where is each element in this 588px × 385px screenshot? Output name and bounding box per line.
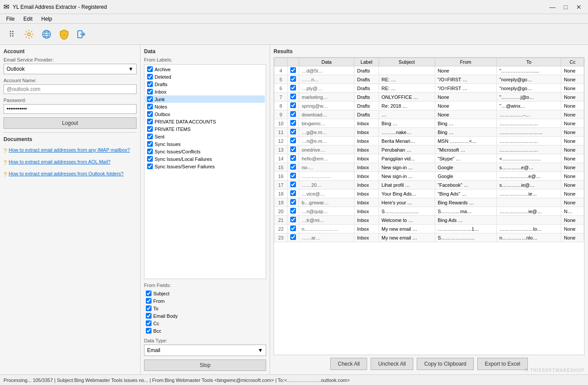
field-cc-checkbox[interactable] (146, 320, 152, 326)
row-checkbox[interactable] (290, 138, 296, 143)
logout-icon-button[interactable] (74, 26, 90, 42)
row-checkbox-cell[interactable] (288, 181, 299, 189)
row-checkbox-cell[interactable] (288, 75, 299, 84)
row-checkbox-cell[interactable] (288, 137, 299, 145)
table-row[interactable]: 11 …g@e.m… Inbox ………nake… Bing … …………………… (274, 128, 584, 137)
table-row[interactable]: 7 marketing… Drafts ONLYOFFICE … None "…… (274, 93, 584, 102)
row-checkbox[interactable] (290, 199, 296, 205)
col-label[interactable]: Label (354, 58, 379, 66)
table-row[interactable]: 4 …d@5t… Drafts None "…………………... None (274, 66, 584, 75)
row-checkbox[interactable] (290, 173, 296, 178)
row-checkbox-cell[interactable] (288, 189, 299, 198)
row-checkbox[interactable] (290, 120, 296, 126)
label-drafts[interactable]: Drafts (145, 80, 265, 88)
row-checkbox[interactable] (290, 208, 296, 214)
label-drafts-checkbox[interactable] (147, 81, 153, 87)
table-row[interactable]: 9 download… Drafts … None ……………-… None (274, 110, 584, 119)
label-inbox[interactable]: Inbox (145, 88, 265, 95)
label-outbox[interactable]: Outbox (145, 110, 265, 118)
table-row[interactable]: 20 …n@quip… Inbox S………………… S…………ma… …………… (274, 207, 584, 216)
table-row[interactable]: 8 spring@w… Drafts Re: 2018 … None "…@wi… (274, 102, 584, 110)
label-sync-local[interactable]: Sync Issues/Local Failures (145, 155, 265, 163)
field-bcc[interactable]: Bcc (144, 327, 266, 334)
table-row[interactable]: 18 …vice@… Inbox Your Bing Ads… "Bing Ad… (274, 189, 584, 198)
menu-edit[interactable]: Edit (19, 15, 37, 23)
label-archive[interactable]: Archive (145, 65, 265, 73)
row-checkbox[interactable] (290, 182, 296, 187)
table-row[interactable]: 21 …tr@mi… Inbox Welcome to … Bing Ads …… (274, 216, 584, 225)
row-checkbox[interactable] (290, 129, 296, 134)
doc-link-text-2[interactable]: How to extract email addresses from AOL … (9, 159, 111, 165)
table-row[interactable]: 23 ……ar… Inbox My new email … S………………… n… (274, 233, 584, 242)
row-checkbox-cell[interactable] (288, 145, 299, 154)
row-checkbox[interactable] (290, 67, 296, 73)
row-checkbox[interactable] (290, 190, 296, 196)
table-row[interactable]: 12 …n@e.m… Inbox Berita Menari… MSN …………… (274, 137, 584, 145)
table-row[interactable]: 19 b…grewar… Inbox Here's your … Bing Re… (274, 198, 584, 207)
row-checkbox-cell[interactable] (288, 66, 299, 75)
label-outbox-checkbox[interactable] (147, 111, 153, 117)
account-name-input[interactable] (4, 84, 137, 94)
field-subject[interactable]: Subject (144, 290, 266, 297)
check-all-button[interactable]: Check All (330, 358, 367, 370)
copy-clipboard-button[interactable]: Copy to Clipboard (417, 358, 474, 370)
row-checkbox-cell[interactable] (288, 154, 299, 163)
label-sync-conflicts-checkbox[interactable] (147, 149, 153, 154)
doc-link-text-1[interactable]: How to extract email addresses from any … (9, 147, 130, 153)
field-subject-checkbox[interactable] (146, 291, 152, 296)
row-checkbox-cell[interactable] (288, 207, 299, 216)
table-row[interactable]: 17 ……20… Inbox Lihat profil … "Facebook"… (274, 181, 584, 189)
uncheck-all-button[interactable]: Uncheck All (371, 358, 413, 370)
field-from[interactable]: From (144, 297, 266, 305)
field-to[interactable]: To (144, 305, 266, 312)
row-checkbox-cell[interactable] (288, 198, 299, 207)
apps-icon-button[interactable]: ⠿ (4, 26, 19, 42)
field-email-body[interactable]: Email Body (144, 312, 266, 320)
row-checkbox-cell[interactable] (288, 128, 299, 137)
field-cc[interactable]: Cc (144, 320, 266, 327)
row-checkbox-cell[interactable] (288, 225, 299, 233)
table-row[interactable]: 13 onedrive… Inbox Perubahan … "Microsof… (274, 145, 584, 154)
label-deleted-checkbox[interactable] (147, 74, 153, 80)
menu-help[interactable]: Help (37, 15, 57, 23)
field-to-checkbox[interactable] (146, 305, 152, 311)
label-sync-issues[interactable]: Sync Issues (145, 140, 265, 148)
row-checkbox[interactable] (290, 85, 296, 91)
col-cc[interactable]: Cc (561, 58, 584, 66)
row-checkbox-cell[interactable] (288, 110, 299, 119)
menu-file[interactable]: File (2, 15, 19, 23)
table-row[interactable]: 15 no-… Inbox New sign-in … Google s…………… (274, 163, 584, 172)
row-checkbox[interactable] (290, 217, 296, 222)
label-notes-checkbox[interactable] (147, 104, 153, 109)
label-deleted[interactable]: Deleted (145, 73, 265, 80)
close-button[interactable]: ✕ (573, 1, 584, 13)
field-from-checkbox[interactable] (146, 298, 152, 304)
table-row[interactable]: 14 hello@em… Inbox Panggilan vid… "Skype… (274, 154, 584, 163)
row-checkbox[interactable] (290, 76, 296, 82)
logout-button[interactable]: Logout (4, 117, 137, 129)
label-sync-local-checkbox[interactable] (147, 156, 153, 162)
label-sync-conflicts[interactable]: Sync Issues/Conflicts (145, 148, 265, 155)
doc-link-text-3[interactable]: How to extract email addresses from Outl… (9, 171, 124, 177)
row-checkbox-cell[interactable] (288, 102, 299, 110)
col-to[interactable]: To (497, 58, 561, 66)
row-checkbox-cell[interactable] (288, 216, 299, 225)
label-notes[interactable]: Notes (145, 103, 265, 110)
label-sync-server-checkbox[interactable] (147, 163, 153, 169)
shield-icon-button[interactable]: 1 (56, 26, 72, 42)
password-input[interactable] (4, 104, 137, 114)
table-row[interactable]: 6 …ply@… Drafts RE: … "/O=FIRST … "norep… (274, 84, 584, 93)
col-from[interactable]: From (435, 58, 497, 66)
label-sent-checkbox[interactable] (147, 134, 153, 139)
maximize-button[interactable]: □ (560, 1, 571, 13)
row-checkbox[interactable] (290, 155, 296, 161)
email-service-select[interactable]: Outlook ▼ (4, 64, 137, 74)
label-junk-checkbox[interactable] (147, 96, 153, 102)
row-checkbox-cell[interactable] (288, 93, 299, 102)
row-checkbox[interactable] (290, 225, 296, 231)
label-inbox-checkbox[interactable] (147, 89, 153, 94)
row-checkbox[interactable] (290, 111, 296, 117)
label-sync-issues-checkbox[interactable] (147, 141, 153, 147)
col-data[interactable]: Data (299, 58, 354, 66)
table-row[interactable]: 22 n………………… Inbox My new email … …………………… (274, 225, 584, 233)
